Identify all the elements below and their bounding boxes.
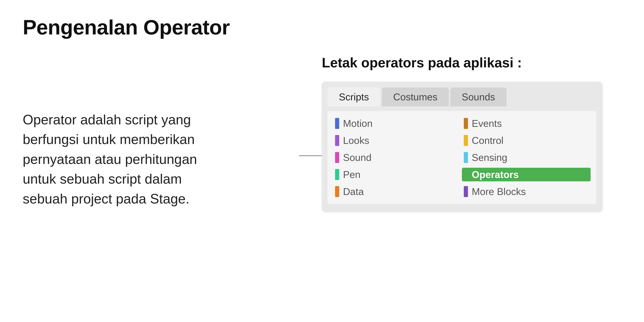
sensing-swatch — [464, 152, 468, 163]
more-blocks-label: More Blocks — [472, 186, 526, 197]
block-sound[interactable]: Sound — [333, 151, 462, 164]
description-text: Operator adalah script yang berfungsi un… — [23, 110, 222, 208]
data-label: Data — [343, 186, 364, 197]
block-sensing[interactable]: Sensing — [462, 151, 590, 164]
tab-costumes[interactable]: Costumes — [382, 88, 449, 106]
scratch-panel: Scripts Costumes Sounds Motion Looks Sou… — [322, 82, 602, 212]
letak-label: Letak operators pada aplikasi : — [322, 55, 615, 70]
looks-swatch — [335, 135, 339, 146]
divider-line — [299, 155, 322, 156]
looks-label: Looks — [343, 135, 369, 146]
tab-scripts[interactable]: Scripts — [328, 88, 380, 106]
operators-label: Operators — [472, 169, 519, 180]
block-looks[interactable]: Looks — [333, 134, 462, 147]
data-swatch — [335, 186, 339, 197]
page-title: Pengenalan Operator — [23, 15, 230, 39]
pen-swatch — [335, 169, 339, 180]
more-blocks-swatch — [464, 186, 468, 197]
tabs-row: Scripts Costumes Sounds — [328, 88, 596, 106]
sound-label: Sound — [343, 152, 372, 163]
motion-swatch — [335, 118, 339, 129]
sound-swatch — [335, 152, 339, 163]
right-section: Letak operators pada aplikasi : Scripts … — [322, 55, 615, 212]
control-label: Control — [472, 135, 504, 146]
block-data[interactable]: Data — [333, 185, 462, 198]
block-control[interactable]: Control — [462, 134, 590, 147]
sensing-label: Sensing — [472, 152, 507, 163]
blocks-area: Motion Looks Sound Pen Data — [328, 111, 596, 204]
motion-label: Motion — [343, 118, 372, 129]
control-swatch — [464, 135, 468, 146]
block-pen[interactable]: Pen — [333, 168, 462, 181]
left-column: Motion Looks Sound Pen Data — [333, 116, 462, 198]
pen-label: Pen — [343, 169, 360, 180]
block-events[interactable]: Events — [462, 116, 590, 130]
right-column: Events Control Sensing Operators More Bl… — [462, 116, 590, 198]
events-swatch — [464, 118, 468, 129]
events-label: Events — [472, 118, 502, 129]
block-operators[interactable]: Operators — [462, 168, 590, 181]
block-motion[interactable]: Motion — [333, 116, 462, 130]
tab-sounds[interactable]: Sounds — [450, 88, 506, 106]
block-more-blocks[interactable]: More Blocks — [462, 185, 590, 198]
